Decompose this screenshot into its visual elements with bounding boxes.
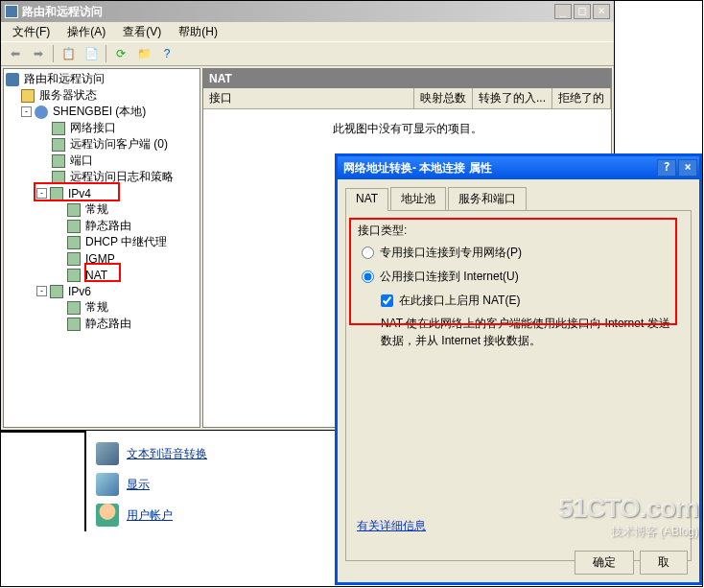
server-icon: [6, 73, 19, 86]
interface-icon: [52, 138, 65, 152]
expander-icon[interactable]: -: [21, 106, 32, 117]
refresh-button[interactable]: ⟳: [110, 43, 131, 64]
tree-ipv6[interactable]: IPv6: [66, 284, 93, 299]
nat-description: NAT 使在此网络上的客户端能使用此接口向 Internet 发送数据，并从 I…: [381, 315, 679, 349]
interface-icon: [67, 318, 81, 331]
tree-ipv6-static[interactable]: 静态路由: [83, 315, 133, 333]
help-button[interactable]: ?: [156, 43, 177, 64]
radio-public[interactable]: 公用接口连接到 Internet(U): [362, 269, 679, 285]
forward-button[interactable]: ➡: [28, 43, 49, 64]
display-icon: [96, 473, 119, 496]
interface-icon: [52, 154, 65, 168]
menubar: 文件(F) 操作(A) 查看(V) 帮助(H): [1, 22, 614, 41]
menu-view[interactable]: 查看(V): [115, 22, 169, 42]
checkbox-nat[interactable]: 在此接口上启用 NAT(E): [381, 293, 679, 309]
column-headers: 接口 映射总数 转换了的入... 拒绝了的: [203, 88, 611, 109]
col-rejected[interactable]: 拒绝了的: [552, 88, 611, 108]
col-mappings[interactable]: 映射总数: [414, 88, 473, 108]
cp-tts[interactable]: 文本到语音转换: [94, 438, 328, 469]
tree-ipv4-igmp[interactable]: IGMP: [83, 251, 117, 267]
checkbox-nat-input[interactable]: [381, 294, 393, 307]
toolbar-icon-3[interactable]: 📁: [133, 43, 154, 64]
ok-button[interactable]: 确定: [575, 551, 634, 575]
menu-action[interactable]: 操作(A): [59, 22, 113, 42]
col-translated[interactable]: 转换了的入...: [473, 88, 552, 108]
interface-type-label: 接口类型:: [358, 223, 679, 239]
tts-icon: [96, 442, 119, 465]
tab-nat[interactable]: NAT: [345, 188, 388, 211]
tab-services[interactable]: 服务和端口: [448, 187, 527, 210]
properties-dialog: 网络地址转换- 本地连接 属性 ? × NAT 地址池 服务和端口 接口类型: …: [335, 153, 702, 585]
dialog-close-button[interactable]: ×: [678, 159, 697, 176]
tab-address-pool[interactable]: 地址池: [390, 187, 446, 210]
cp-display[interactable]: 显示: [94, 469, 328, 500]
radio-public-input[interactable]: [362, 270, 374, 283]
expander-icon[interactable]: -: [36, 286, 47, 296]
radio-private-input[interactable]: [362, 247, 374, 259]
dialog-titlebar: 网络地址转换- 本地连接 属性 ? ×: [338, 156, 699, 179]
interface-icon: [67, 203, 81, 217]
toolbar-icon-1[interactable]: 📋: [58, 43, 79, 64]
interface-icon: [67, 220, 81, 233]
tree-ipv4-nat[interactable]: NAT: [83, 268, 109, 283]
menu-file[interactable]: 文件(F): [5, 22, 58, 42]
user-icon: [96, 504, 119, 527]
interface-icon: [67, 269, 81, 282]
bottom-left-fragment: [0, 431, 86, 531]
col-interface[interactable]: 接口: [203, 88, 414, 108]
radio-private[interactable]: 专用接口连接到专用网络(P): [362, 245, 679, 261]
cp-user[interactable]: 用户帐户: [94, 500, 328, 530]
interface-icon: [50, 187, 63, 200]
details-link[interactable]: 有关详细信息: [357, 518, 426, 534]
toolbar-icon-2[interactable]: 📄: [81, 43, 102, 64]
tree-panel[interactable]: 路由和远程访问 服务器状态 -SHENGBEI (本地) 网络接口 远程访问客户…: [3, 68, 200, 428]
menu-help[interactable]: 帮助(H): [171, 22, 225, 42]
minimize-button[interactable]: _: [554, 4, 572, 19]
control-panel-items: 文本到语音转换 显示 用户帐户: [86, 431, 336, 538]
interface-icon: [52, 171, 65, 184]
interface-icon: [67, 252, 81, 266]
tree-ipv4-dhcp[interactable]: DHCP 中继代理: [83, 233, 169, 251]
globe-icon: [35, 106, 48, 119]
interface-icon: [67, 301, 81, 315]
dialog-title: 网络地址转换- 本地连接 属性: [343, 160, 657, 176]
app-icon: [5, 5, 18, 18]
expander-icon[interactable]: -: [36, 188, 47, 199]
folder-icon: [21, 89, 35, 103]
back-button[interactable]: ⬅: [5, 43, 26, 64]
tab-content: 接口类型: 专用接口连接到专用网络(P) 公用接口连接到 Internet(U)…: [345, 210, 692, 561]
close-button[interactable]: ×: [593, 4, 610, 19]
interface-icon: [50, 285, 63, 298]
tree-remote-log[interactable]: 远程访问日志和策略: [68, 168, 176, 186]
tabs: NAT 地址池 服务和端口: [345, 187, 692, 210]
cancel-button[interactable]: 取: [640, 551, 688, 575]
tree-ipv4[interactable]: IPv4: [66, 186, 93, 201]
interface-icon: [67, 236, 81, 249]
dialog-help-button[interactable]: ?: [657, 159, 676, 176]
maximize-button[interactable]: □: [574, 4, 591, 19]
right-header: NAT: [203, 69, 611, 88]
main-titlebar: 路由和远程访问 _ □ ×: [1, 1, 614, 22]
window-title: 路由和远程访问: [22, 4, 554, 20]
toolbar: ⬅ ➡ 📋 📄 ⟳ 📁 ?: [1, 41, 614, 66]
interface-icon: [52, 122, 65, 135]
